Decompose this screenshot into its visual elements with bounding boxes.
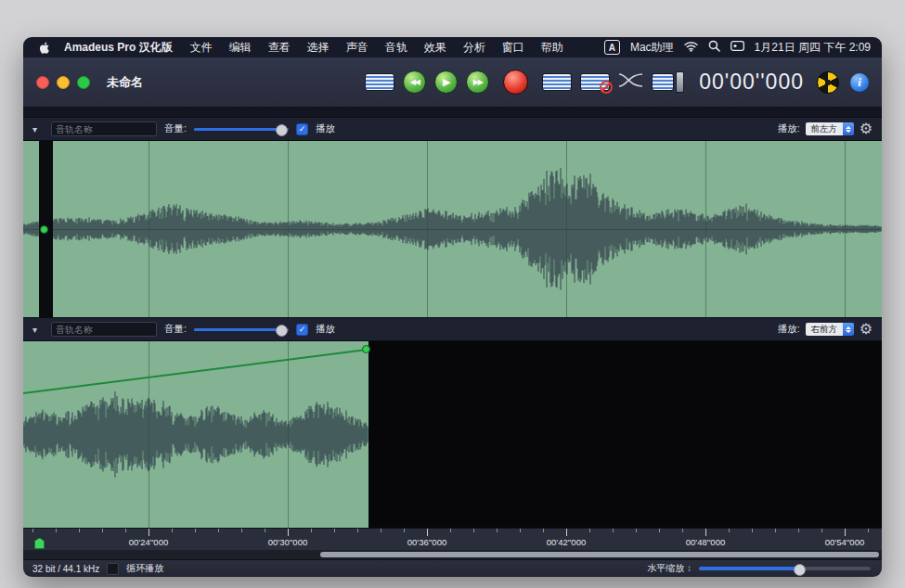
ruler-tick [613, 529, 614, 532]
playhead-marker[interactable] [34, 538, 45, 549]
menu-file[interactable]: 文件 [182, 40, 221, 56]
minimize-window-button[interactable] [57, 76, 70, 89]
ruler-tick [821, 529, 822, 532]
track2-waveform-area[interactable] [23, 341, 882, 528]
spotlight-search-icon[interactable] [708, 40, 720, 55]
ruler-tick [195, 529, 196, 532]
ruler-tick [265, 529, 265, 532]
ruler-tick [636, 529, 637, 532]
ruler-tick [404, 529, 405, 532]
menu-effects[interactable]: 效果 [416, 40, 455, 56]
track1-waveform-area[interactable] [23, 141, 882, 317]
track2-name-input[interactable] [51, 322, 157, 337]
menu-analysis[interactable]: 分析 [455, 40, 494, 56]
timeline-label: 00'36''000 [407, 537, 446, 547]
input-method-badge[interactable]: A [604, 40, 620, 55]
ruler-tick [868, 529, 869, 532]
fast-forward-button[interactable] [466, 70, 489, 94]
timeline-label: 00'30''000 [268, 537, 307, 547]
loop-playback-label: 循环播放 [126, 562, 163, 575]
track2-settings-gear-icon[interactable] [860, 322, 873, 337]
track2-header: 音量: 播放 播放: 右前方 [23, 317, 882, 341]
menu-select[interactable]: 选择 [299, 40, 338, 56]
ruler-tick [497, 529, 498, 532]
playhead-time-display: 00'00''000 [699, 70, 804, 95]
menu-sound[interactable]: 声音 [338, 40, 377, 56]
track2-disclosure-chevron-icon[interactable] [32, 325, 44, 335]
desktop: Amadeus Pro 汉化版 文件 编辑 查看 选择 声音 音轨 效果 分析 … [0, 0, 905, 588]
track1-settings-gear-icon[interactable] [860, 121, 873, 136]
timeline-label: 00'54''000 [825, 537, 864, 547]
timeline-ruler[interactable]: 00'24''000 00'30''000 00'36''000 00'42''… [23, 528, 882, 550]
close-window-button[interactable] [36, 76, 49, 89]
record-settings-icon[interactable] [652, 71, 684, 93]
amadeus-pro-window: Amadeus Pro 汉化版 文件 编辑 查看 选择 声音 音轨 效果 分析 … [23, 37, 882, 577]
menu-edit[interactable]: 编辑 [221, 40, 260, 56]
ruler-tick [427, 529, 428, 536]
ruler-tick [845, 529, 846, 536]
track2-envelope-line [23, 341, 376, 528]
control-center-icon[interactable] [730, 41, 744, 54]
track1-disclosure-chevron-icon[interactable] [32, 124, 44, 134]
track1-waveform [23, 141, 882, 317]
ruler-tick [357, 529, 358, 532]
timeline-label: 00'42''000 [547, 537, 586, 547]
waveform-view-icon[interactable] [542, 73, 572, 91]
horizontal-zoom-label: 水平缩放 [647, 562, 692, 575]
ruler-tick [56, 529, 57, 532]
apple-menu[interactable] [34, 41, 55, 55]
ruler-tick [729, 529, 730, 532]
rewind-button[interactable] [403, 70, 426, 94]
ruler-tick [682, 529, 683, 532]
wifi-icon[interactable] [684, 41, 698, 55]
caution-radiation-icon[interactable] [817, 71, 839, 94]
ruler-tick [241, 529, 242, 532]
menu-bar-clock[interactable]: 1月21日 周四 下午 2:09 [755, 40, 871, 56]
horizontal-zoom-slider[interactable] [699, 563, 871, 574]
track2-volume-slider[interactable] [194, 324, 289, 335]
horizontal-scrollbar[interactable] [23, 550, 882, 559]
track2-pan-dropdown[interactable]: 右前方 [806, 323, 854, 336]
horizontal-scrollbar-thumb[interactable] [320, 552, 879, 557]
waveform-view-disabled-icon[interactable] [580, 73, 610, 91]
menu-view[interactable]: 查看 [260, 40, 299, 56]
track2-volume-label: 音量: [164, 323, 187, 336]
track1-play-label: 播放 [316, 122, 335, 135]
track-list-icon[interactable] [365, 73, 394, 91]
play-button[interactable] [434, 70, 458, 94]
menu-track[interactable]: 音轨 [377, 40, 416, 56]
track1-pan-value: 前左方 [806, 122, 843, 135]
ruler-tick [311, 529, 312, 532]
ruler-tick [102, 529, 103, 532]
ruler-tick [659, 529, 660, 532]
ruler-tick [450, 529, 451, 532]
ruler-tick [172, 529, 173, 532]
ruler-tick [149, 529, 149, 536]
track1-play-checkbox[interactable] [296, 123, 308, 135]
ruler-tick [473, 529, 474, 532]
info-button[interactable] [850, 73, 869, 92]
ruler-tick [520, 529, 521, 532]
mix-stripes-icon [652, 73, 674, 91]
ruler-tick [543, 529, 544, 532]
track1-pan-dropdown[interactable]: 前左方 [806, 122, 854, 135]
record-button[interactable] [503, 70, 528, 95]
loop-playback-checkbox[interactable] [107, 563, 119, 575]
stepper-arrows-icon [843, 122, 854, 135]
ruler-tick [775, 529, 776, 532]
crossfade-icon[interactable] [618, 71, 643, 93]
track2-pan-value: 右前方 [806, 323, 843, 336]
track1-name-input[interactable] [51, 121, 157, 136]
ruler-tick [752, 529, 753, 532]
zoom-window-button[interactable] [77, 76, 90, 89]
menu-help[interactable]: 帮助 [533, 40, 572, 56]
menu-window[interactable]: 窗口 [494, 40, 533, 56]
window-title: 未命名 [107, 74, 143, 91]
menu-app-name[interactable]: Amadeus Pro 汉化版 [55, 40, 182, 56]
assistant-menu-extra[interactable]: Mac助理 [630, 40, 674, 56]
track2-envelope-point[interactable] [362, 345, 370, 353]
track1-envelope-point[interactable] [40, 225, 48, 234]
track2-play-checkbox[interactable] [296, 324, 308, 336]
timeline-label: 00'48''000 [686, 537, 725, 547]
track1-volume-slider[interactable] [194, 123, 289, 134]
